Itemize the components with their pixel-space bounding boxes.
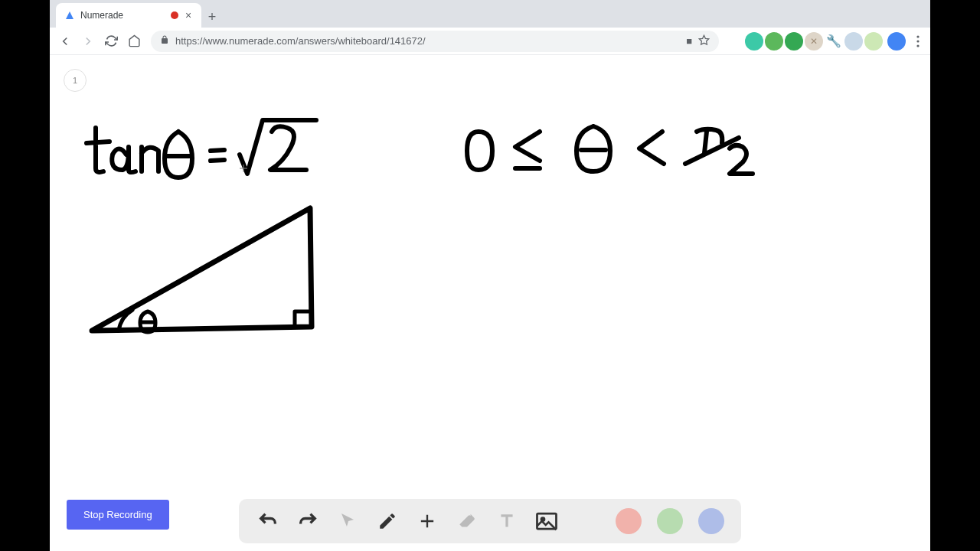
letterbox-right [930,0,980,551]
svg-marker-1 [699,35,709,44]
stop-recording-button[interactable]: Stop Recording [67,500,169,530]
page-content: 1 [50,55,930,551]
letterbox-left [0,0,50,551]
text-tool[interactable] [495,509,519,533]
tab-close-button[interactable]: × [183,10,194,21]
bookmark-star-icon[interactable] [698,34,710,48]
browser-tab[interactable]: Numerade × [56,3,201,28]
extension-icon-5[interactable]: ✕ [805,32,823,51]
extension-icon-4[interactable] [785,32,803,51]
recording-indicator-icon [171,11,178,19]
camera-icon[interactable]: ■ [686,35,692,47]
tab-bar: Numerade × + [50,0,930,28]
address-bar: https://www.numerade.com/answers/whitebo… [50,28,930,55]
image-tool[interactable] [534,509,559,533]
add-tool[interactable] [415,509,439,533]
forward-button[interactable] [77,31,99,52]
extension-icon-6[interactable]: 🔧 [825,32,843,51]
extension-icon-3[interactable] [765,32,783,51]
extension-icon-8[interactable] [864,32,883,51]
tab-title: Numerade [80,10,166,21]
eraser-tool[interactable] [455,509,479,533]
reload-button[interactable] [100,31,122,52]
back-button[interactable] [54,31,76,52]
url-bar[interactable]: https://www.numerade.com/answers/whitebo… [151,31,719,52]
home-button[interactable] [123,31,145,52]
pen-tool[interactable] [375,509,400,533]
triangle-drawing [92,208,312,332]
color-green[interactable] [657,508,683,534]
pointer-tool[interactable] [335,509,360,533]
color-blue[interactable] [698,508,724,534]
svg-point-4 [916,44,919,47]
equation-domain [467,126,753,174]
extension-icon-1[interactable] [725,32,743,51]
svg-marker-0 [66,11,74,19]
undo-button[interactable] [256,509,280,533]
extension-icon-2[interactable] [745,32,763,51]
color-black[interactable] [574,508,600,534]
redo-button[interactable] [296,509,320,533]
profile-button[interactable] [887,32,906,51]
browser-menu-button[interactable] [910,31,926,52]
url-text: https://www.numerade.com/answers/whitebo… [175,35,680,47]
extension-icon-7[interactable] [844,32,863,51]
browser-window: Numerade × + https://www.numerade.com/an… [50,0,930,551]
svg-point-2 [916,35,919,37]
color-red[interactable] [616,508,642,534]
equation-tan-theta [87,120,316,178]
tab-favicon-icon [64,9,76,21]
svg-point-3 [916,40,919,42]
whiteboard-toolbar [239,499,741,543]
lock-icon [160,35,169,47]
whiteboard-canvas[interactable] [50,55,930,551]
new-tab-button[interactable]: + [201,6,223,28]
